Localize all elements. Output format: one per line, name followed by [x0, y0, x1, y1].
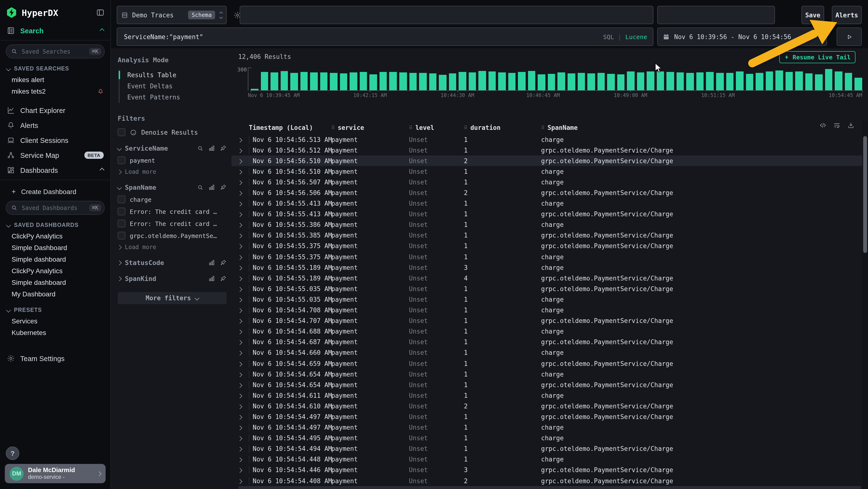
chart-bar[interactable]	[736, 68, 743, 90]
filter-option[interactable]: charge	[118, 196, 227, 203]
row-expand-icon[interactable]	[238, 477, 249, 484]
filter-group-header[interactable]: SpanName	[118, 183, 227, 191]
table-row[interactable]: Nov 6 10:54:55.386 AMpaymentUnset1charge	[231, 220, 862, 230]
drag-handle-icon[interactable]: ⠿	[541, 125, 545, 130]
chart-bar[interactable]	[310, 68, 317, 90]
drag-handle-icon[interactable]: ⠿	[409, 125, 412, 130]
table-row[interactable]: Nov 6 10:54:54.611 AMpaymentUnset1charge	[231, 390, 862, 401]
table-row[interactable]: Nov 6 10:54:54.660 AMpaymentUnset1charge	[231, 348, 862, 358]
chart-icon[interactable]	[208, 275, 215, 282]
chart-bar[interactable]	[716, 68, 723, 90]
table-row[interactable]: Nov 6 10:54:55.189 AMpaymentUnset3charge	[231, 262, 862, 273]
checkbox[interactable]	[118, 207, 125, 215]
row-expand-icon[interactable]	[238, 157, 249, 164]
select-query-editor[interactable]	[240, 6, 653, 24]
chart-bar[interactable]	[607, 68, 615, 90]
table-row[interactable]: Nov 6 10:54:54.494 AMpaymentUnset1grpc.o…	[231, 443, 862, 454]
saved-dashboards-header[interactable]: SAVED DASHBOARDS	[0, 220, 111, 230]
chart-bar[interactable]	[686, 68, 694, 90]
checkbox[interactable]	[118, 232, 125, 239]
chart-bar[interactable]	[449, 68, 456, 90]
chart-bar[interactable]	[657, 68, 664, 90]
column-header-level[interactable]: ⠿level	[409, 124, 464, 131]
chart-bar[interactable]	[528, 68, 535, 90]
sidebar-item-service-map[interactable]: Service Map BETA	[0, 148, 111, 163]
chart-bar[interactable]	[459, 68, 466, 90]
table-row[interactable]: Nov 6 10:54:55.375 AMpaymentUnset1charge	[231, 252, 862, 262]
chart-bar[interactable]	[360, 68, 367, 90]
row-expand-icon[interactable]	[238, 168, 249, 175]
pin-icon[interactable]	[220, 275, 227, 282]
chart-bar[interactable]	[775, 68, 783, 90]
chart-bar[interactable]	[399, 68, 407, 90]
row-expand-icon[interactable]	[238, 264, 249, 271]
checkbox[interactable]	[118, 196, 125, 203]
help-button[interactable]: ?	[6, 447, 19, 460]
preset-item[interactable]: Kubernetes	[0, 327, 111, 338]
chart-bar[interactable]	[617, 68, 624, 90]
denoise-checkbox-row[interactable]: Denoise Results	[118, 128, 227, 136]
chart-bar[interactable]	[478, 68, 486, 90]
code-view-icon[interactable]	[819, 122, 827, 129]
table-row[interactable]: Nov 6 10:54:54.446 AMpaymentUnset3grpc.o…	[231, 465, 862, 476]
saved-dashboard-item[interactable]: Simple Dashboard	[0, 242, 111, 253]
create-dashboard-button[interactable]: + Create Dashboard	[0, 184, 111, 199]
drag-handle-icon[interactable]: ⠿	[464, 125, 467, 130]
row-expand-icon[interactable]	[238, 242, 249, 250]
drag-handle-icon[interactable]: ⠿	[331, 125, 335, 130]
sidebar-item-chart-explorer[interactable]: Chart Explorer	[0, 103, 111, 118]
column-header-duration[interactable]: ⠿duration	[464, 124, 541, 131]
chart-bar[interactable]	[795, 68, 803, 90]
chart-bar[interactable]	[805, 68, 813, 90]
presets-header[interactable]: PRESETS	[0, 305, 111, 315]
chart-bar[interactable]	[508, 68, 516, 90]
table-row[interactable]: Nov 6 10:54:54.495 AMpaymentUnset1charge	[231, 433, 862, 443]
column-header-spanname[interactable]: ⠿SpanName	[541, 124, 862, 131]
row-expand-icon[interactable]	[238, 179, 249, 186]
filter-group-header[interactable]: StatusCode	[118, 259, 227, 266]
chart-bar[interactable]	[855, 68, 862, 90]
vertical-scrollbar-thumb[interactable]	[863, 136, 867, 253]
table-row[interactable]: Nov 6 10:54:56.513 AMpaymentUnset1charge	[231, 134, 862, 145]
sidebar-item-dashboards[interactable]: Dashboards	[0, 163, 111, 178]
preset-item[interactable]: Services	[0, 315, 111, 327]
chart-bar[interactable]	[667, 68, 674, 90]
load-more-button[interactable]: Load more	[118, 244, 227, 251]
chart-icon[interactable]	[208, 145, 215, 151]
chart-bar[interactable]	[677, 68, 684, 90]
saved-dashboard-item[interactable]: ClickPy Analytics	[0, 230, 111, 242]
sql-toggle[interactable]: SQL	[603, 33, 614, 40]
row-expand-icon[interactable]	[238, 456, 249, 463]
resume-live-tail-button[interactable]: Resume Live Tail	[779, 51, 856, 63]
table-row[interactable]: Nov 6 10:54:55.413 AMpaymentUnset1charge	[231, 198, 862, 209]
saved-search-item[interactable]: mikes tets2	[0, 85, 111, 97]
search-input[interactable]	[123, 33, 599, 41]
chart-bar[interactable]	[419, 68, 427, 90]
chart-bar[interactable]	[261, 68, 268, 90]
chart-bar[interactable]	[756, 68, 763, 90]
saved-searches-search[interactable]: ⌘K	[6, 45, 105, 58]
row-expand-icon[interactable]	[238, 210, 249, 218]
row-expand-icon[interactable]	[238, 328, 249, 335]
chart-bar[interactable]	[290, 68, 298, 90]
chart-bars[interactable]	[251, 68, 862, 91]
row-expand-icon[interactable]	[238, 146, 249, 154]
row-expand-icon[interactable]	[238, 136, 249, 143]
row-expand-icon[interactable]	[238, 360, 249, 367]
chart-bar[interactable]	[439, 68, 446, 90]
chart-bar[interactable]	[350, 68, 357, 90]
saved-dashboards-search[interactable]: ⌘K	[6, 201, 105, 215]
chart-bar[interactable]	[706, 68, 714, 90]
table-row[interactable]: Nov 6 10:54:56.510 AMpaymentUnset1charge	[231, 166, 862, 177]
row-expand-icon[interactable]	[238, 200, 249, 207]
row-expand-icon[interactable]	[238, 466, 249, 474]
chart-bar[interactable]	[320, 68, 328, 90]
source-selector[interactable]: Demo Traces Schema	[117, 6, 227, 24]
sidebar-item-client-sessions[interactable]: Client Sessions	[0, 133, 111, 148]
chart-bar[interactable]	[300, 68, 308, 90]
table-row[interactable]: Nov 6 10:54:55.035 AMpaymentUnset1charge	[231, 294, 862, 305]
row-expand-icon[interactable]	[238, 253, 249, 260]
checkbox[interactable]	[118, 220, 125, 227]
saved-dashboards-input[interactable]	[21, 204, 86, 212]
checkbox[interactable]	[118, 156, 125, 164]
